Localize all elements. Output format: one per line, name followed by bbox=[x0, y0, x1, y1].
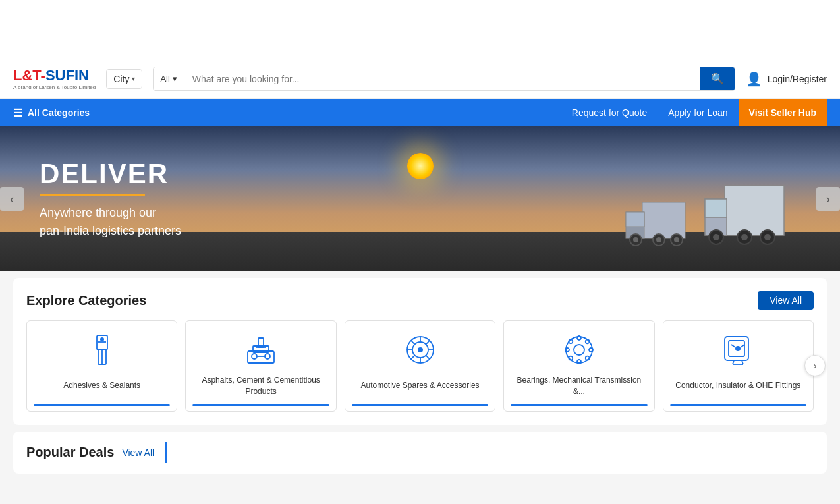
explore-view-all-button[interactable]: View All bbox=[758, 291, 814, 310]
svg-point-56 bbox=[735, 346, 741, 351]
svg-point-26 bbox=[265, 354, 270, 359]
bearings-bar bbox=[511, 404, 647, 406]
logo-subtitle: A brand of Larsen & Toubro Limited bbox=[13, 84, 96, 90]
truck-1-icon bbox=[623, 192, 688, 252]
carousel-next-button[interactable]: › bbox=[816, 187, 840, 211]
menu-icon: ☰ bbox=[13, 107, 22, 119]
trucks-decoration bbox=[623, 179, 787, 252]
city-label: City bbox=[113, 74, 129, 84]
login-area[interactable]: 👤 Login/Register bbox=[746, 71, 827, 87]
asphalts-bar bbox=[192, 404, 329, 406]
asphalts-label: Asphalts, Cement & Cementitious Products bbox=[192, 375, 329, 397]
conductor-bar bbox=[670, 404, 806, 406]
svg-rect-0 bbox=[642, 202, 685, 238]
carousel-prev-button[interactable]: ‹ bbox=[0, 187, 24, 211]
adhesive-icon bbox=[84, 331, 121, 368]
hero-banner: DELIVER Anywhere through ourpan-India lo… bbox=[0, 126, 840, 271]
svg-point-21 bbox=[100, 337, 104, 341]
adhesives-bar bbox=[34, 404, 170, 406]
svg-line-38 bbox=[426, 356, 430, 360]
hero-subtitle: Anywhere through ourpan-India logistics … bbox=[40, 204, 181, 240]
nav-bar: ☰ All Categories Request for Quote Apply… bbox=[0, 99, 840, 126]
popular-deals-view-all[interactable]: View All bbox=[122, 447, 154, 458]
user-icon: 👤 bbox=[746, 71, 762, 87]
categories-next-button[interactable]: › bbox=[804, 355, 826, 376]
explore-title: Explore Categories bbox=[26, 293, 146, 308]
login-label: Login/Register bbox=[768, 74, 827, 84]
category-label: All bbox=[160, 74, 169, 84]
svg-line-53 bbox=[733, 360, 734, 364]
category-adhesives[interactable]: Adhesives & Sealants bbox=[26, 320, 177, 412]
category-asphalts[interactable]: Asphalts, Cement & Cementitious Products bbox=[185, 320, 336, 412]
svg-point-43 bbox=[577, 336, 581, 340]
svg-point-15 bbox=[741, 234, 748, 240]
conductor-icon bbox=[719, 331, 756, 368]
logo-text: L&T-SUFIN bbox=[13, 67, 96, 84]
explore-categories-section: Explore Categories View All Adhesives & … bbox=[13, 278, 827, 425]
chevron-down-icon: ▾ bbox=[132, 75, 135, 82]
search-button[interactable]: 🔍 bbox=[700, 67, 735, 90]
all-categories-label: All Categories bbox=[28, 107, 90, 118]
hero-title: DELIVER bbox=[40, 158, 181, 190]
svg-point-4 bbox=[633, 237, 638, 242]
svg-line-54 bbox=[742, 360, 743, 364]
automotive-icon bbox=[402, 331, 439, 368]
sun-decoration bbox=[407, 153, 434, 179]
popular-deals-header: Popular Deals View All bbox=[26, 442, 814, 463]
search-icon: 🔍 bbox=[711, 72, 724, 85]
cement-icon bbox=[242, 331, 279, 368]
svg-line-40 bbox=[410, 356, 414, 360]
svg-point-41 bbox=[566, 337, 592, 363]
explore-header: Explore Categories View All bbox=[26, 291, 814, 310]
popular-deals-title: Popular Deals bbox=[26, 445, 114, 460]
chevron-right-icon: › bbox=[814, 360, 817, 371]
svg-line-37 bbox=[410, 341, 414, 345]
city-selector[interactable]: City ▾ bbox=[106, 69, 142, 89]
categories-row: Adhesives & Sealants Asphalts, bbox=[26, 320, 814, 412]
svg-line-58 bbox=[741, 345, 744, 347]
automotive-label: Automotive Spares & Accessories bbox=[360, 375, 479, 397]
nav-apply-loan[interactable]: Apply for Loan bbox=[658, 99, 738, 126]
header: L&T-SUFIN A brand of Larsen & Toubro Lim… bbox=[0, 59, 840, 99]
search-input[interactable] bbox=[184, 69, 700, 90]
truck-2-icon bbox=[702, 179, 787, 252]
all-categories-menu[interactable]: ☰ All Categories bbox=[13, 107, 90, 119]
top-space bbox=[0, 0, 840, 59]
bearings-label: Bearings, Mechanical Transmission &... bbox=[511, 375, 647, 397]
svg-rect-9 bbox=[725, 186, 784, 235]
nav-visit-seller[interactable]: Visit Seller Hub bbox=[739, 99, 827, 126]
nav-request-quote[interactable]: Request for Quote bbox=[561, 99, 658, 126]
svg-point-25 bbox=[252, 354, 257, 359]
adhesives-label: Adhesives & Sealants bbox=[63, 375, 140, 397]
svg-point-42 bbox=[574, 345, 584, 355]
category-automotive[interactable]: Automotive Spares & Accessories bbox=[345, 320, 495, 412]
svg-rect-11 bbox=[705, 199, 727, 217]
chevron-left-icon: ‹ bbox=[10, 192, 14, 206]
popular-deals-accent-bar bbox=[165, 442, 167, 463]
svg-point-8 bbox=[674, 237, 679, 242]
conductor-label: Conductor, Insulator & OHE Fittings bbox=[675, 375, 800, 397]
hero-content: DELIVER Anywhere through ourpan-India lo… bbox=[0, 158, 221, 240]
bearing-icon bbox=[561, 331, 598, 368]
search-bar: All ▾ 🔍 bbox=[153, 67, 735, 91]
popular-deals-section: Popular Deals View All bbox=[13, 432, 827, 474]
category-bearings[interactable]: Bearings, Mechanical Transmission &... bbox=[503, 320, 654, 412]
categories-container: Adhesives & Sealants Asphalts, bbox=[26, 320, 814, 412]
svg-line-39 bbox=[426, 341, 430, 345]
svg-point-13 bbox=[713, 234, 719, 240]
svg-rect-2 bbox=[626, 212, 644, 227]
logo[interactable]: L&T-SUFIN A brand of Larsen & Toubro Lim… bbox=[13, 67, 96, 90]
automotive-bar bbox=[352, 404, 488, 406]
svg-point-17 bbox=[764, 234, 771, 240]
svg-point-32 bbox=[418, 347, 423, 352]
chevron-right-icon: › bbox=[826, 192, 830, 206]
svg-line-57 bbox=[731, 345, 735, 347]
hero-underline bbox=[40, 194, 145, 196]
svg-point-6 bbox=[656, 237, 661, 242]
category-conductor[interactable]: Conductor, Insulator & OHE Fittings bbox=[663, 320, 814, 412]
nav-right: Request for Quote Apply for Loan Visit S… bbox=[561, 99, 827, 126]
search-category-dropdown[interactable]: All ▾ bbox=[154, 69, 184, 89]
category-chevron-icon: ▾ bbox=[173, 74, 177, 84]
